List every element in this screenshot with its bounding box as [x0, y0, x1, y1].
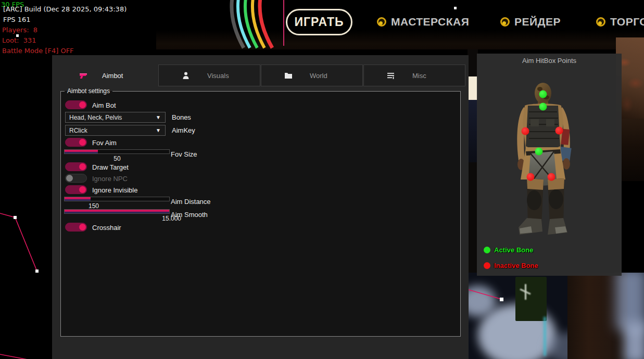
fov-size-slider-fill — [65, 150, 98, 153]
fov-size-value: 50 — [99, 155, 135, 162]
aimkey-dropdown-value: RClick — [69, 127, 87, 134]
ignore-invisible-toggle[interactable] — [65, 185, 87, 194]
hitbox-point-left-thigh — [527, 173, 535, 181]
coin-icon — [596, 17, 605, 27]
fov-size-slider[interactable] — [64, 149, 170, 154]
fov-aim-label: Fov Aim — [92, 139, 117, 147]
aim-smooth-slider[interactable] — [64, 209, 170, 214]
crosshair-label: Crosshair — [92, 224, 121, 232]
tab-label: Visuals — [207, 72, 229, 80]
ignore-invisible-label: Ignore Invisible — [92, 186, 137, 194]
players-count: Players: 8 — [2, 26, 174, 34]
aim-smooth-label: Aim Smooth — [171, 211, 208, 219]
aim-bot-label: Aim Bot — [92, 101, 116, 109]
tab-label: Aimbot — [102, 72, 123, 80]
tab-misc[interactable]: Misc — [363, 65, 465, 86]
menu-item-label: ТОРГО — [610, 16, 644, 28]
pistol-icon — [79, 71, 87, 80]
menu-item-label: МАСТЕРСКАЯ — [391, 16, 469, 28]
player-model — [477, 54, 622, 276]
aim-hitbox-panel: Aim HitBox Points — [477, 54, 622, 276]
chevron-down-icon: ▼ — [156, 127, 161, 133]
bones-dropdown[interactable]: Head, Neck, Pelvis ▼ — [65, 112, 166, 123]
aim-bot-toggle[interactable] — [65, 100, 87, 109]
chevron-down-icon: ▼ — [156, 114, 161, 120]
menu-item-label: РЕЙДЕР — [514, 16, 561, 28]
draw-target-label: Draw Target — [92, 163, 129, 171]
tab-world[interactable]: World — [261, 65, 363, 86]
aim-distance-slider-fill — [65, 197, 91, 201]
fps-info: FPS 161 — [3, 16, 175, 23]
aimkey-label: AimKey — [172, 126, 195, 134]
tab-label: Misc — [412, 72, 426, 80]
aim-distance-value: 150 — [75, 202, 112, 210]
tab-aimbot[interactable]: Aimbot — [60, 65, 158, 86]
bones-dropdown-value: Head, Neck, Pelvis — [69, 114, 122, 121]
draw-target-toggle[interactable] — [65, 162, 87, 171]
sliders-icon — [387, 71, 395, 80]
crosshair-toggle[interactable] — [65, 223, 87, 232]
coin-icon — [500, 17, 510, 27]
cheat-menu-panel: Aimbot Visuals World Misc Aimbot setting… — [52, 55, 469, 359]
folder-icon — [284, 71, 293, 80]
play-button[interactable]: ИГРАТЬ — [286, 9, 352, 35]
inactive-bone-dot-icon — [484, 262, 490, 269]
menu-item-workshop[interactable]: МАСТЕРСКАЯ — [377, 15, 469, 29]
battle-mode-status: Battle Mode [F4] OFF — [2, 47, 174, 55]
build-info: [ARC] Build (Dec 28 2025, 09:43:38) — [3, 5, 175, 13]
hitbox-point-right-shoulder — [555, 127, 563, 135]
tab-visuals[interactable]: Visuals — [158, 65, 260, 86]
hitbox-point-right-thigh — [548, 173, 555, 181]
aim-distance-label: Aim Distance — [171, 198, 211, 206]
aim-distance-slider[interactable] — [64, 197, 170, 201]
menu-item-raider[interactable]: РЕЙДЕР — [500, 15, 561, 29]
hitbox-point-pelvis — [535, 148, 543, 156]
ignore-npc-label: Ignore NPC — [92, 175, 128, 183]
aim-smooth-slider-fill — [65, 210, 169, 213]
legend-active-bone: Active Bone — [484, 246, 533, 254]
menu-item-trade[interactable]: ТОРГО — [596, 15, 644, 29]
legend-label: Inactive Bone — [494, 262, 538, 270]
loot-count: Loot: 331 — [2, 36, 174, 44]
tab-label: World — [310, 72, 327, 80]
person-icon — [182, 71, 190, 80]
ignore-npc-toggle[interactable] — [65, 174, 87, 183]
aimkey-dropdown[interactable]: RClick ▼ — [65, 125, 166, 136]
legend-label: Active Bone — [494, 246, 533, 254]
active-bone-dot-icon — [484, 247, 490, 253]
hitbox-point-neck — [539, 103, 547, 111]
coin-icon — [377, 17, 386, 27]
hitbox-point-head — [539, 91, 547, 98]
hitbox-point-left-shoulder — [522, 127, 529, 135]
fov-size-label: Fov Size — [171, 150, 197, 158]
legend-inactive-bone: Inactive Bone — [484, 262, 538, 270]
group-title: Aimbot settings — [65, 87, 112, 95]
fov-aim-toggle[interactable] — [65, 138, 87, 147]
debug-overlay: 30 FPS [ARC] Build (Dec 28 2025, 09:43:3… — [1, 0, 5, 55]
bones-label: Bones — [172, 113, 191, 121]
